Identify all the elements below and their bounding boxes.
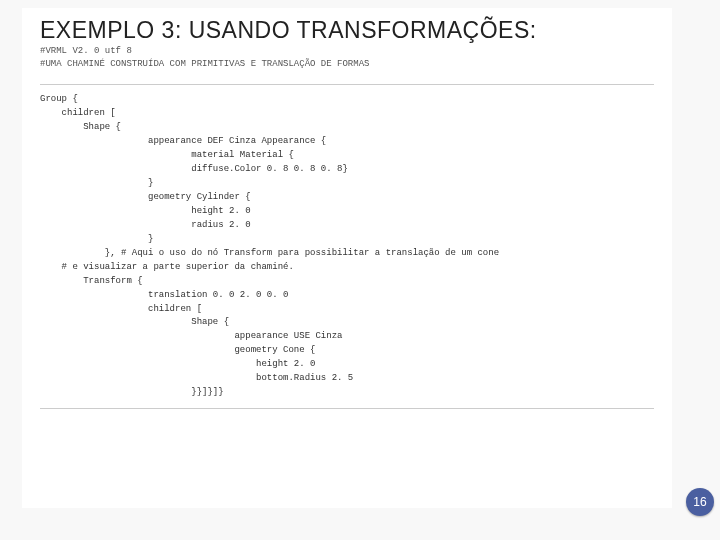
subtitle-line-1: #VRML V2. 0 utf 8 (40, 45, 654, 58)
page-number-badge: 16 (686, 488, 714, 516)
code-block: Group { children [ Shape { appearance DE… (40, 84, 654, 409)
page-number: 16 (693, 495, 706, 509)
slide-title: EXEMPLO 3: USANDO TRANSFORMAÇÕES: (40, 18, 654, 43)
subtitle-line-2: #UMA CHAMINÉ CONSTRUÍDA COM PRIMITIVAS E… (40, 58, 654, 71)
subtitle-block: #VRML V2. 0 utf 8 #UMA CHAMINÉ CONSTRUÍD… (40, 45, 654, 70)
slide-container: EXEMPLO 3: USANDO TRANSFORMAÇÕES: #VRML … (22, 8, 672, 508)
